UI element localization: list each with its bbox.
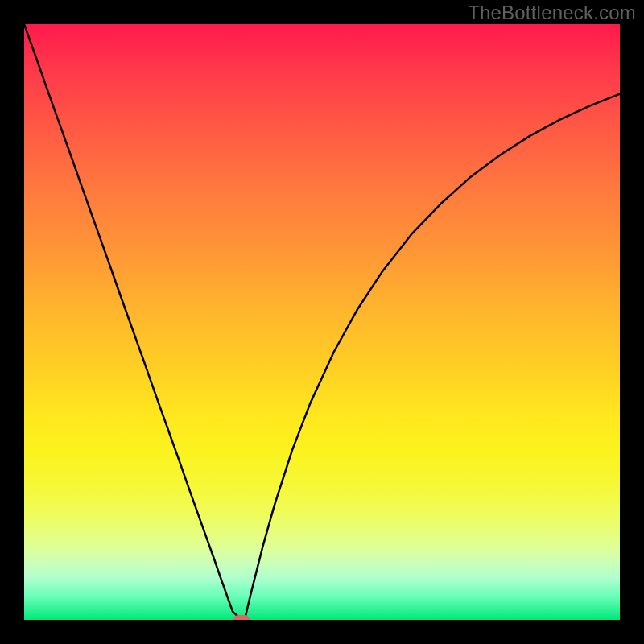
optimal-point-marker bbox=[233, 615, 250, 620]
chart-frame: TheBottleneck.com bbox=[0, 0, 644, 644]
bottleneck-curve bbox=[24, 24, 620, 620]
watermark-text: TheBottleneck.com bbox=[468, 2, 636, 24]
curve-layer bbox=[24, 24, 620, 620]
plot-area bbox=[24, 24, 620, 620]
